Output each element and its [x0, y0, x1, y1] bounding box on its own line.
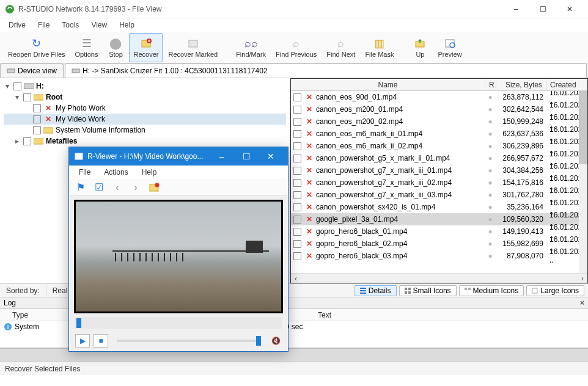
file-row[interactable]: ✕google_pixel_3a_01.mp4●109,560,32016.01…	[291, 213, 587, 225]
checkbox[interactable]	[13, 82, 21, 90]
file-name: canon_eos_90d_01.mp4	[316, 93, 485, 101]
viewer-menu-help[interactable]: Help	[136, 167, 163, 178]
viewer-window[interactable]: R-Viewer - H:\My Video Work\goo... – ☐ ✕…	[68, 147, 288, 352]
col-created[interactable]: Created	[546, 79, 587, 90]
file-row[interactable]: ✕canon_powershot_g7_x_mark_iii_02.mp4●15…	[291, 177, 587, 189]
tree-node-drive[interactable]: ▾H:	[4, 81, 286, 92]
up-button[interactable]: Up	[408, 33, 432, 62]
viewer-minimize-button[interactable]: –	[210, 148, 234, 165]
view-large-icons[interactable]: Large Icons	[526, 285, 584, 296]
viewer-maximize-button[interactable]: ☐	[234, 148, 259, 165]
file-row[interactable]: ✕gopro_hero6_black_01.mp4●149,190,41316.…	[291, 225, 587, 238]
scrollbar-horizontal[interactable]: ‹›	[291, 273, 587, 283]
minimize-button[interactable]: –	[502, 1, 529, 18]
tree-node-svi[interactable]: System Volume Information	[4, 125, 286, 136]
checkbox[interactable]	[293, 106, 301, 114]
preview-button[interactable]: Preview	[433, 33, 466, 62]
col-size[interactable]: Size, Bytes	[496, 79, 546, 90]
tree-node-metafiles[interactable]: ▸Metafiles	[4, 136, 286, 147]
recover-marked-button[interactable]: Recover Marked	[164, 33, 222, 62]
svg-rect-21	[468, 288, 471, 290]
scrollbar-vertical[interactable]	[579, 91, 587, 273]
checkbox[interactable]	[293, 142, 301, 150]
mute-icon[interactable]: 🔇	[270, 335, 282, 347]
prev-icon[interactable]: ‹	[111, 181, 124, 194]
check-icon[interactable]: ☑	[92, 181, 106, 194]
tree-node-root[interactable]: ▾Root	[4, 92, 286, 103]
pin-icon[interactable]: ⚑	[74, 181, 87, 194]
viewer-titlebar[interactable]: R-Viewer - H:\My Video Work\goo... – ☐ ✕	[69, 147, 288, 166]
find-previous-button[interactable]: ⌕Find Previous	[271, 33, 321, 62]
menu-file[interactable]: File	[33, 20, 54, 31]
checkbox[interactable]	[293, 228, 301, 236]
reopen-drive-button[interactable]: ↻Reopen Drive Files	[4, 33, 70, 62]
checkbox[interactable]	[33, 126, 41, 134]
checkbox[interactable]	[33, 104, 41, 112]
checkbox[interactable]	[293, 130, 301, 138]
play-button[interactable]: ▶	[75, 334, 90, 348]
volume-slider[interactable]	[117, 340, 261, 342]
log-close-button[interactable]: ×	[580, 299, 584, 307]
file-list[interactable]: ✕canon_eos_90d_01.mp4●263,878,11216.01.2…	[291, 91, 587, 273]
stop-button[interactable]: ⬤Stop	[103, 33, 128, 62]
tree-node-video[interactable]: ✕My Video Work	[4, 114, 286, 125]
checkbox[interactable]	[293, 252, 301, 260]
menu-view[interactable]: View	[86, 20, 112, 31]
menu-tools[interactable]: Tools	[57, 20, 84, 31]
file-size: 306,239,896	[496, 142, 547, 150]
file-row[interactable]: ✕gopro_hero6_black_02.mp4●155,982,69916.…	[291, 238, 587, 250]
checkbox[interactable]	[293, 203, 301, 211]
options-button[interactable]: ☰Options	[71, 33, 103, 62]
recover-file-icon[interactable]	[147, 181, 161, 194]
file-row[interactable]: ✕canon_powershot_g7_x_mark_iii_03.mp4●30…	[291, 189, 587, 201]
menu-help[interactable]: Help	[114, 20, 139, 31]
checkbox[interactable]	[23, 93, 31, 101]
col-r[interactable]: R	[485, 79, 496, 90]
checkbox[interactable]	[293, 216, 301, 224]
file-row[interactable]: ✕canon_eos_m6_mark_ii_01.mp4●623,637,536…	[291, 128, 587, 140]
menu-drive[interactable]: Drive	[4, 20, 31, 31]
viewer-menu-actions[interactable]: Actions	[98, 167, 134, 178]
stop-playback-button[interactable]: ■	[94, 334, 108, 348]
checkbox[interactable]	[23, 137, 31, 145]
col-name[interactable]: Name	[291, 79, 485, 90]
checkbox[interactable]	[33, 115, 41, 123]
viewer-menu-file[interactable]: File	[73, 167, 97, 178]
viewer-close-button[interactable]: ✕	[259, 148, 283, 165]
tab-device-view[interactable]: Device view	[0, 64, 64, 78]
file-row[interactable]: ✕canon_powershot_g7_x_mark_iii_01.mp4●30…	[291, 164, 587, 177]
find-mark-button[interactable]: ⌕⌕Find/Mark	[232, 33, 270, 62]
file-row[interactable]: ✕canon_powershot_sx420_is_01.mp4●35,236,…	[291, 201, 587, 213]
file-r: ●	[485, 154, 496, 162]
video-preview[interactable]	[74, 200, 283, 313]
view-medium-icons[interactable]: Medium Icons	[459, 285, 524, 296]
tree-node-photo[interactable]: ✕My Photo Work	[4, 103, 286, 114]
find-next-button[interactable]: ⌕Find Next	[322, 33, 359, 62]
file-row[interactable]: ✕canon_eos_m200_02.mp4●150,999,24816.01.…	[291, 115, 587, 128]
checkbox[interactable]	[293, 155, 301, 162]
file-row[interactable]: ✕canon_eos_m200_01.mp4●302,642,54416.01.…	[291, 103, 587, 115]
checkbox[interactable]	[293, 191, 301, 199]
checkbox[interactable]	[293, 179, 301, 187]
volume-handle[interactable]	[256, 336, 261, 346]
close-button[interactable]: ✕	[556, 1, 583, 18]
recover-button[interactable]: Recover	[129, 33, 163, 62]
next-icon[interactable]: ›	[129, 181, 142, 194]
maximize-button[interactable]: ☐	[529, 1, 556, 18]
file-mask-button[interactable]: ▥File Mask	[361, 33, 398, 62]
log-col-type[interactable]: Type	[0, 311, 73, 319]
file-row[interactable]: ✕canon_powershot_g5_x_mark_ii_01.mp4●266…	[291, 152, 587, 164]
seek-slider[interactable]	[75, 317, 282, 329]
svg-rect-25	[75, 153, 83, 159]
view-details[interactable]: Details	[355, 285, 397, 296]
checkbox[interactable]	[293, 167, 301, 175]
file-row[interactable]: ✕gopro_hero6_black_03.mp4●87,908,07016.0…	[291, 250, 587, 262]
file-row[interactable]: ✕canon_eos_m6_mark_ii_02.mp4●306,239,896…	[291, 140, 587, 152]
checkbox[interactable]	[293, 93, 301, 101]
tab-drive[interactable]: H: -> SanDisk Cruzer Fit 1.00 : 4C530001…	[65, 64, 587, 78]
view-small-icons[interactable]: Small Icons	[399, 285, 457, 296]
file-row[interactable]: ✕canon_eos_90d_01.mp4●263,878,11216.01.2…	[291, 91, 587, 103]
checkbox[interactable]	[293, 118, 301, 126]
checkbox[interactable]	[293, 240, 301, 248]
seek-handle[interactable]	[76, 318, 81, 328]
